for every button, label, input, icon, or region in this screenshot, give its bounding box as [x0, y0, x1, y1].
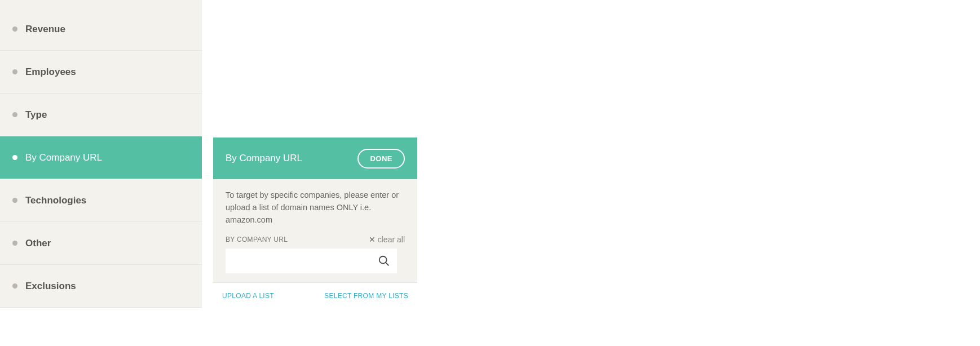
panel-header: By Company URL DONE [213, 137, 417, 179]
bullet-icon [12, 241, 17, 246]
select-from-lists-link[interactable]: SELECT FROM MY LISTS [324, 292, 408, 300]
sidebar-item-technologies[interactable]: Technologies [0, 179, 202, 222]
svg-point-0 [379, 256, 387, 264]
bullet-icon [12, 283, 17, 289]
done-button[interactable]: DONE [357, 149, 405, 168]
panel-footer: UPLOAD A LIST SELECT FROM MY LISTS [213, 282, 417, 309]
clear-all-button[interactable]: ✕ clear all [369, 235, 405, 244]
sidebar-item-exclusions[interactable]: Exclusions [0, 265, 202, 308]
sidebar-item-label: Revenue [25, 24, 65, 35]
sidebar-spacer [0, 0, 202, 8]
sidebar-item-by-company-url[interactable]: By Company URL [0, 136, 202, 179]
sidebar-item-other[interactable]: Other [0, 222, 202, 265]
bullet-icon [12, 155, 17, 160]
sidebar-item-revenue[interactable]: Revenue [0, 8, 202, 51]
sidebar-item-label: Employees [25, 66, 76, 78]
sidebar-item-label: By Company URL [25, 152, 102, 163]
panel-body: To target by specific companies, please … [213, 179, 417, 282]
search-icon[interactable] [378, 255, 390, 267]
sidebar-item-label: Other [25, 238, 51, 249]
upload-list-link[interactable]: UPLOAD A LIST [222, 292, 274, 300]
company-url-input[interactable] [226, 249, 397, 273]
bullet-icon [12, 26, 17, 32]
sidebar-item-label: Type [25, 109, 47, 121]
close-icon: ✕ [369, 235, 376, 244]
bullet-icon [12, 112, 17, 117]
sidebar-item-label: Exclusions [25, 281, 76, 292]
search-wrap [226, 249, 397, 273]
svg-line-1 [386, 263, 389, 266]
bullet-icon [12, 198, 17, 203]
clear-all-label: clear all [378, 235, 405, 244]
sidebar-item-label: Technologies [25, 195, 86, 206]
field-label: BY COMPANY URL [226, 236, 288, 243]
panel-description: To target by specific companies, please … [226, 189, 405, 226]
field-row: BY COMPANY URL ✕ clear all [226, 235, 405, 244]
sidebar: Revenue Employees Type By Company URL Te… [0, 0, 202, 308]
sidebar-item-employees[interactable]: Employees [0, 51, 202, 94]
company-url-panel: By Company URL DONE To target by specifi… [213, 137, 417, 309]
panel-title: By Company URL [226, 153, 302, 164]
bullet-icon [12, 69, 17, 74]
sidebar-item-type[interactable]: Type [0, 94, 202, 136]
